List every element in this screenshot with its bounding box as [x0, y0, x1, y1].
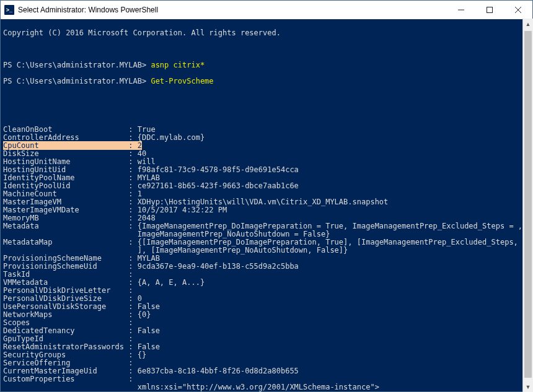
prompt-line: PS C:\Users\administrator.MYLAB> Get-Pro… [3, 77, 532, 85]
svg-rect-1 [487, 7, 493, 13]
highlighted-property: CpuCount : 2 [3, 141, 142, 150]
minimize-button[interactable] [447, 1, 475, 19]
window-title: Select Administrator: Windows PowerShell [18, 6, 158, 14]
titlebar[interactable]: >_ Select Administrator: Windows PowerSh… [1, 1, 532, 19]
console-area[interactable]: Copyright (C) 2016 Microsoft Corporation… [1, 19, 532, 391]
powershell-icon: >_ [4, 5, 14, 15]
prompt-line: PS C:\Users\administrator.MYLAB> asnp ci… [3, 61, 532, 69]
command-asnp: asnp citrix* [151, 61, 205, 69]
scroll-up-icon[interactable]: ▲ [523, 19, 533, 29]
scroll-down-icon[interactable]: ▼ [523, 381, 533, 392]
powershell-window: >_ Select Administrator: Windows PowerSh… [0, 0, 533, 392]
close-button[interactable] [504, 1, 532, 19]
maximize-button[interactable] [475, 1, 504, 19]
command-getprovscheme: Get-ProvScheme [151, 77, 213, 85]
scrollbar[interactable]: ▲ ▼ [522, 19, 533, 392]
copyright-line: Copyright (C) 2016 Microsoft Corporation… [3, 29, 532, 37]
scroll-thumb[interactable] [524, 31, 532, 378]
